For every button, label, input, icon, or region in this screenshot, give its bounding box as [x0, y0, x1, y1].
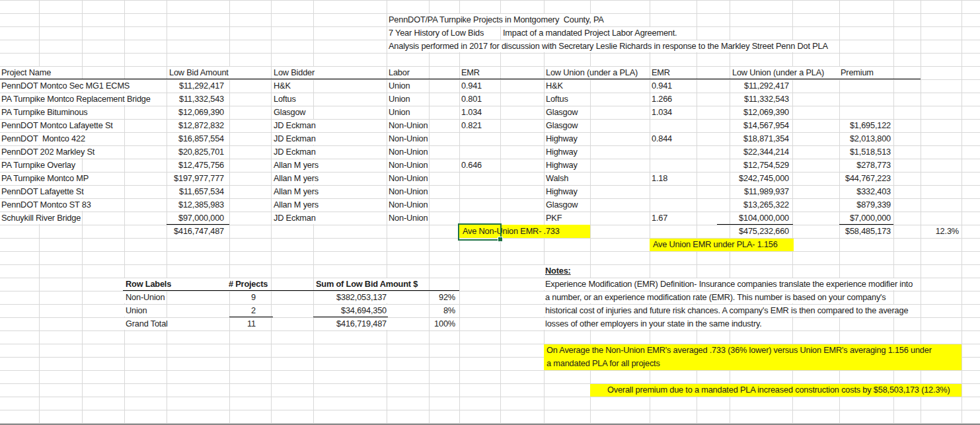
low-bidder[interactable]: JD Eckman	[272, 133, 317, 145]
summary-header-row-labels[interactable]: Row Labels	[124, 278, 172, 290]
premium-value[interactable]: $278,773	[855, 159, 892, 171]
low-bid-amount[interactable]: $12,475,756	[177, 159, 225, 171]
summary-label[interactable]: Grand Total	[124, 318, 169, 330]
labor-type[interactable]: Non-Union	[387, 159, 429, 171]
premium-value[interactable]: $332,403	[855, 186, 892, 198]
premium-value[interactable]: $7,000,000	[848, 212, 892, 224]
summary-sum[interactable]: $34,694,350	[340, 305, 388, 317]
header-emr[interactable]: EMR	[460, 67, 481, 79]
union-low-bid-amount[interactable]: $22,344,214	[742, 146, 790, 158]
union-low-bidder[interactable]: Highway	[545, 159, 579, 171]
union-emr-value[interactable]: 1.266	[650, 93, 673, 105]
union-low-bid-amount[interactable]: $12,754,529	[742, 159, 790, 171]
average-note-line1[interactable]: On Average the Non-Union EMR's averaged …	[545, 344, 933, 356]
project-name[interactable]: PA Turnpike Montco MP	[0, 173, 90, 184]
union-low-bidder[interactable]: Loftus	[545, 93, 570, 105]
low-bid-amount[interactable]: $12,872,832	[177, 120, 225, 132]
summary-label[interactable]: Non-Union	[124, 291, 166, 303]
union-low-bidder[interactable]: Walsh	[545, 173, 570, 184]
project-name[interactable]: PA Turnpike Overlay	[0, 159, 77, 171]
low-bidder[interactable]: JD Eckman	[272, 146, 317, 158]
union-low-bidder[interactable]: H&K	[545, 80, 564, 92]
low-bid-amount[interactable]: $12,385,983	[177, 199, 225, 211]
premium-value[interactable]: $879,339	[855, 199, 892, 211]
union-low-bid-amount[interactable]: $14,567,954	[742, 120, 790, 132]
total-premium-pct[interactable]: 12.3%	[934, 225, 960, 237]
header-low-bid-amount[interactable]: Low Bid Amount	[168, 67, 230, 79]
union-low-bidder[interactable]: Highway	[545, 186, 579, 198]
premium-value[interactable]: $2,013,800	[848, 133, 892, 145]
low-bidder[interactable]: Allan M yers	[272, 199, 320, 211]
notes-line[interactable]: losses of other employers in your state …	[544, 318, 763, 330]
union-low-bid-amount[interactable]: $11,989,937	[743, 186, 790, 198]
summary-header-projects[interactable]: # Projects	[227, 278, 269, 290]
title-line2a[interactable]: 7 Year History of Low Bids	[387, 27, 485, 39]
labor-type[interactable]: Union	[387, 80, 411, 92]
union-low-bidder[interactable]: Glasgow	[545, 120, 579, 132]
union-emr-value[interactable]: 0.941	[650, 80, 673, 92]
total-union-amount[interactable]: $475,232,660	[737, 225, 790, 237]
project-name[interactable]: PennDOT Montco Lafayette St	[0, 120, 114, 132]
project-name[interactable]: Schuykill River Bridge	[0, 212, 82, 224]
low-bidder[interactable]: Allan M yers	[272, 186, 320, 198]
premium-value[interactable]: $44,767,223	[844, 173, 892, 184]
premium-value[interactable]: $1,695,122	[848, 120, 892, 132]
union-low-bid-amount[interactable]: $11,292,417	[743, 80, 790, 92]
project-name[interactable]: PennDOT 202 Markley St	[0, 146, 96, 158]
low-bidder[interactable]: JD Eckman	[272, 120, 317, 132]
union-low-bid-amount[interactable]: $104,000,000	[737, 212, 790, 224]
premium-note[interactable]: Overall premium due to a mandated PLA in…	[606, 384, 952, 396]
project-name[interactable]: PennDOT Lafayette St	[0, 186, 85, 198]
low-bidder[interactable]: Loftus	[272, 93, 297, 105]
notes-heading[interactable]: Notes:	[544, 265, 572, 277]
summary-label[interactable]: Union	[124, 305, 148, 317]
emr-value[interactable]: 0.801	[460, 93, 483, 105]
total-premium[interactable]: $58,485,173	[844, 225, 892, 237]
low-bid-amount[interactable]: $11,292,417	[178, 80, 225, 92]
union-low-bid-amount[interactable]: $12,069,390	[742, 106, 790, 118]
labor-type[interactable]: Non-Union	[387, 212, 429, 224]
low-bid-amount[interactable]: $12,069,390	[177, 106, 225, 118]
summary-sum[interactable]: $382,053,137	[335, 291, 388, 303]
low-bid-amount[interactable]: $197,977,777	[172, 173, 225, 184]
notes-line[interactable]: Experience Modification (EMR) Definition…	[544, 278, 914, 290]
emr-value[interactable]: 1.034	[460, 106, 483, 118]
summary-projects-count[interactable]: 2	[250, 305, 257, 317]
emr-value[interactable]: 0.941	[460, 80, 483, 92]
project-name[interactable]: PA Turnpike Montco Replacement Bridge	[0, 93, 152, 105]
header-premium[interactable]: Premium	[839, 67, 875, 79]
ave-union-emr-label[interactable]: Ave Union EMR under PLA- 1.156	[652, 239, 779, 251]
low-bid-amount[interactable]: $11,657,534	[178, 186, 225, 198]
union-emr-value[interactable]: 1.18	[650, 173, 669, 184]
union-low-bid-amount[interactable]: $18,871,354	[742, 133, 790, 145]
premium-value[interactable]: $1,518,513	[848, 146, 892, 158]
low-bidder[interactable]: H&K	[272, 80, 292, 92]
labor-type[interactable]: Non-Union	[387, 146, 429, 158]
union-low-bidder[interactable]: Glasgow	[545, 199, 579, 211]
labor-type[interactable]: Non-Union	[387, 173, 429, 184]
low-bidder[interactable]: Allan M yers	[272, 173, 320, 184]
labor-type[interactable]: Non-Union	[387, 133, 429, 145]
labor-type[interactable]: Non-Union	[387, 186, 429, 198]
union-low-bid-amount[interactable]: $242,745,000	[737, 173, 790, 184]
header-low-union-amount[interactable]: Low Union (under a PLA)	[731, 67, 825, 79]
project-name[interactable]: PennDOT Montco Sec MG1 ECMS	[0, 80, 131, 92]
summary-projects-count[interactable]: 9	[250, 291, 257, 303]
labor-type[interactable]: Non-Union	[387, 199, 429, 211]
header-low-union-bidder[interactable]: Low Union (under a PLA)	[545, 67, 639, 79]
union-emr-value[interactable]: 1.67	[650, 212, 669, 224]
low-bid-amount[interactable]: $97,000,000	[177, 212, 225, 224]
summary-pct[interactable]: 100%	[433, 318, 457, 330]
header-project-name[interactable]: Project Name	[0, 67, 52, 79]
project-name[interactable]: PennDOT Montco 422	[0, 133, 87, 145]
low-bid-amount[interactable]: $20,825,701	[177, 146, 225, 158]
summary-sum[interactable]: $416,719,487	[335, 318, 388, 330]
average-note-line2[interactable]: a mandated PLA for all projects	[545, 358, 661, 369]
labor-type[interactable]: Union	[387, 93, 411, 105]
low-bid-amount[interactable]: $11,332,543	[178, 93, 225, 105]
summary-header-sum[interactable]: Sum of Low Bid Amount $	[315, 278, 419, 290]
low-bidder[interactable]: Allan M yers	[272, 159, 320, 171]
union-low-bid-amount[interactable]: $11,332,543	[743, 93, 790, 105]
fill-handle[interactable]	[498, 237, 503, 242]
project-name[interactable]: PA Turnpike Bituminous	[0, 106, 89, 118]
